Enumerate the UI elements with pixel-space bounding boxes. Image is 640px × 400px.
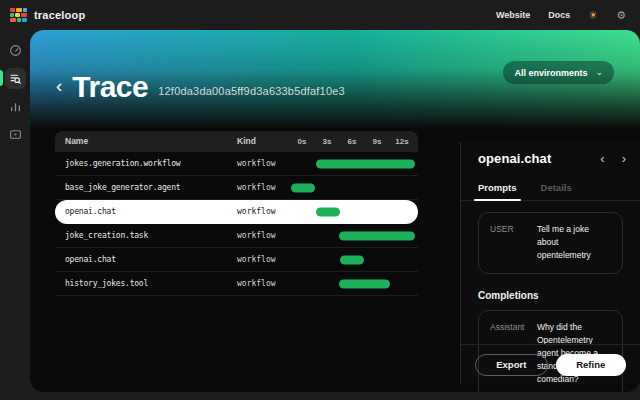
settings-gear-icon[interactable]: ⚙ [616,9,626,22]
back-chevron-icon[interactable]: ‹ [56,76,62,98]
span-duration-track [288,272,418,296]
span-duration-bar [291,184,315,193]
docs-link[interactable]: Docs [548,10,570,20]
message-text: Tell me a joke about opentelemetry [537,223,611,263]
span-name: base_joke_generator.agent [65,176,180,200]
span-name: openai.chat [65,200,116,224]
detail-footer: Export Refine [461,344,640,384]
table-row[interactable]: jokes.generation.workflowworkflow [55,152,418,176]
sidebar-item-traces[interactable] [0,64,30,92]
tick-label: 3s [323,131,332,152]
tab-prompts[interactable]: Prompts [478,174,517,200]
span-duration-track [288,176,418,200]
sidebar-item-dashboard[interactable] [0,36,30,64]
span-duration-bar [339,232,415,241]
tick-label: 6s [348,131,357,152]
span-name: history_jokes.tool [65,272,148,296]
span-duration-bar [340,256,364,265]
trace-table: Name Kind 0s3s6s9s12s jokes.generation.w… [55,131,418,296]
message-box: USERTell me a joke about opentelemetry [478,212,623,274]
screen-play-icon [5,124,26,145]
span-kind: workflow [237,248,276,272]
export-button[interactable]: Export [475,354,548,376]
sidebar-item-metrics[interactable] [0,92,30,120]
span-kind: workflow [237,200,276,224]
trace-search-icon [5,68,26,89]
span-name: openai.chat [65,248,116,272]
environment-dropdown[interactable]: All environments ⌄ [503,61,614,84]
top-bar: traceloop Website Docs ☀ ⚙ [0,0,640,30]
table-row[interactable]: base_joke_generator.agentworkflow [55,176,418,200]
span-duration-bar [316,160,415,169]
traceloop-logo-icon [10,8,27,22]
timeline-ticks: 0s3s6s9s12s [288,131,418,152]
detail-body: USERTell me a joke about opentelemetry C… [478,212,623,342]
page-title: Trace [72,70,148,104]
brand-name: traceloop [34,9,85,21]
span-kind: workflow [237,272,276,296]
completions-heading: Completions [478,290,623,301]
span-duration-bar [316,208,340,217]
span-duration-track [288,224,418,248]
trace-id: 12f0da3da00a5ff9d3a633b5dfaf10e3 [158,77,345,97]
span-duration-bar [339,280,390,289]
environment-dropdown-label: All environments [514,68,587,78]
tick-label: 12s [395,131,408,152]
span-duration-track [288,152,418,176]
prev-span-chevron-icon[interactable]: ‹ [600,152,604,165]
span-kind: workflow [237,224,276,248]
gauge-icon [5,40,26,61]
tick-label: 9s [373,131,382,152]
span-name: jokes.generation.workflow [65,152,180,176]
span-detail-panel: openai.chat ‹ › PromptsDetails USERTell … [460,142,640,384]
table-row[interactable]: history_jokes.toolworkflow [55,272,418,296]
column-header-name: Name [65,131,88,152]
website-link[interactable]: Website [496,10,530,20]
span-name: joke_creation.task [65,224,148,248]
sidebar [0,30,30,400]
theme-sun-icon[interactable]: ☀ [588,9,598,22]
span-detail-title: openai.chat [478,151,551,166]
table-row[interactable]: openai.chatworkflow [55,200,418,224]
sidebar-item-playground[interactable] [0,120,30,148]
prompts-list: USERTell me a joke about opentelemetry [478,212,623,274]
next-span-chevron-icon[interactable]: › [622,152,626,165]
message-role: USER [490,223,537,263]
detail-tabs: PromptsDetails [461,174,640,201]
span-duration-track [288,200,418,224]
tick-label: 0s [298,131,307,152]
bar-chart-icon [5,96,26,117]
trace-table-header: Name Kind 0s3s6s9s12s [55,131,418,152]
span-kind: workflow [237,176,276,200]
table-row[interactable]: joke_creation.taskworkflow [55,224,418,248]
span-duration-track [288,248,418,272]
span-kind: workflow [237,152,276,176]
column-header-kind: Kind [237,131,256,152]
main-panel: ‹ Trace 12f0da3da00a5ff9d3a633b5dfaf10e3… [30,30,640,392]
refine-button[interactable]: Refine [556,354,627,376]
tab-details[interactable]: Details [541,174,572,200]
table-row[interactable]: openai.chatworkflow [55,248,418,272]
trace-header-gradient: ‹ Trace 12f0da3da00a5ff9d3a633b5dfaf10e3… [30,30,640,132]
chevron-down-icon: ⌄ [595,68,603,77]
trace-table-body: jokes.generation.workflowworkflowbase_jo… [55,152,418,296]
